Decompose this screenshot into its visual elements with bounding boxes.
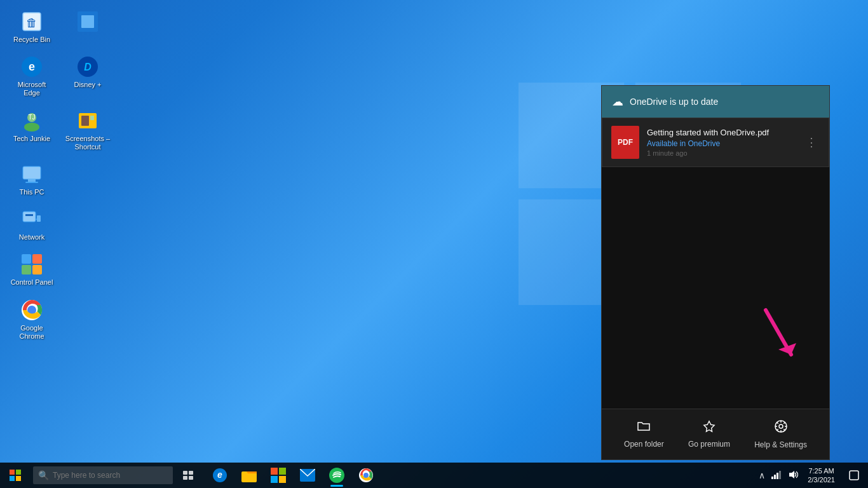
edge-icon: e <box>19 54 44 79</box>
chrome-icon <box>19 297 44 323</box>
onedrive-header: ☁ OneDrive is up to date <box>602 86 829 118</box>
taskbar-spotify[interactable] <box>323 463 351 488</box>
start-button[interactable] <box>0 463 31 488</box>
open-folder-button[interactable]: Open folder <box>616 417 672 451</box>
svg-rect-41 <box>183 471 187 475</box>
search-icon: 🔍 <box>38 470 49 480</box>
help-settings-label: Help & Settings <box>754 440 807 449</box>
taskbar: 🔍 e <box>0 463 868 488</box>
disney-label: Disney + <box>74 81 101 89</box>
network-label: Network <box>19 233 44 241</box>
chrome-label: Google Chrome <box>9 324 55 341</box>
svg-rect-51 <box>279 476 286 483</box>
taskbar-file-explorer[interactable] <box>235 463 263 488</box>
system-tray: ∧ <box>754 463 803 488</box>
desktop-icon-chrome[interactable]: Google Chrome <box>6 295 57 343</box>
help-settings-icon <box>774 419 788 437</box>
tech-junkie-label: Tech Junkie <box>13 135 50 143</box>
svg-rect-22 <box>32 254 42 264</box>
help-settings-button[interactable]: Help & Settings <box>747 417 815 452</box>
desktop-icon-recycle-bin[interactable]: 🗑 Recycle Bin <box>6 6 57 46</box>
tray-chevron[interactable]: ∧ <box>757 470 767 480</box>
screenshots-icon <box>75 108 100 133</box>
file-location-link[interactable]: OneDrive <box>688 139 721 148</box>
desktop-icon-edge[interactable]: e Microsoft Edge <box>6 51 57 100</box>
windows-logo-icon <box>10 470 21 481</box>
svg-text:🗑: 🗑 <box>26 17 37 29</box>
recycle-bin-icon: 🗑 <box>19 9 44 34</box>
svg-rect-43 <box>183 476 187 480</box>
taskbar-chrome[interactable] <box>352 463 380 488</box>
desktop-icon-screenshots[interactable]: Screenshots – Shortcut <box>62 105 113 154</box>
svg-rect-50 <box>271 476 278 483</box>
file-location-prefix: Available in <box>647 139 688 148</box>
network-icon <box>19 207 44 232</box>
svg-rect-12 <box>81 116 89 126</box>
onedrive-footer: Open folder Go premium <box>602 409 829 459</box>
svg-marker-60 <box>789 471 794 478</box>
this-pc-icon <box>19 161 44 187</box>
svg-rect-61 <box>850 471 858 480</box>
taskbar-clock[interactable]: 7:25 AM 2/3/2021 <box>803 463 840 488</box>
desktop-icon-control-panel[interactable]: Control Panel <box>6 249 57 289</box>
clock-date: 2/3/2021 <box>808 475 835 484</box>
notification-button[interactable] <box>840 463 868 488</box>
search-input[interactable] <box>53 471 168 480</box>
onedrive-file-item[interactable]: PDF Getting started with OneDrive.pdf Av… <box>602 118 829 167</box>
task-view-icon <box>183 471 193 480</box>
taskbar-edge[interactable]: e <box>206 463 234 488</box>
taskbar-right: ∧ 7:25 <box>754 463 868 488</box>
svg-rect-44 <box>189 476 193 480</box>
svg-rect-19 <box>37 215 41 222</box>
desktop-icon-tech-junkie[interactable]: TJ Tech Junkie <box>6 105 57 154</box>
svg-rect-17 <box>23 212 36 222</box>
arrow-indicator <box>753 304 810 374</box>
taskbar-mail[interactable] <box>294 463 322 488</box>
desktop: 🗑 Recycle Bin <box>0 0 868 488</box>
control-panel-icon <box>19 252 44 277</box>
svg-rect-18 <box>25 214 33 216</box>
svg-rect-14 <box>23 166 41 179</box>
svg-rect-16 <box>25 182 38 183</box>
svg-line-37 <box>776 423 778 424</box>
desktop-icon-unknown[interactable] <box>62 6 113 46</box>
file-menu-button[interactable]: ⋮ <box>803 133 820 152</box>
svg-rect-58 <box>776 473 778 479</box>
svg-point-32 <box>779 424 783 428</box>
control-panel-label: Control Panel <box>11 278 53 287</box>
svg-text:D: D <box>84 62 92 72</box>
onedrive-header-text: OneDrive is up to date <box>630 97 718 107</box>
go-premium-button[interactable]: Go premium <box>681 417 738 451</box>
svg-rect-21 <box>22 254 31 264</box>
desktop-icon-network[interactable]: Network <box>6 204 57 244</box>
file-name: Getting started with OneDrive.pdf <box>647 128 796 137</box>
svg-text:e: e <box>29 60 35 73</box>
svg-point-55 <box>363 473 369 478</box>
taskbar-store[interactable] <box>264 463 292 488</box>
clock-time: 7:25 AM <box>808 466 834 475</box>
desktop-icon-this-pc[interactable]: This PC <box>6 159 57 199</box>
svg-rect-49 <box>279 468 286 475</box>
onedrive-cloud-icon: ☁ <box>612 95 623 109</box>
svg-text:e: e <box>217 470 222 480</box>
svg-line-39 <box>783 423 785 424</box>
file-info: Getting started with OneDrive.pdf Availa… <box>647 128 796 157</box>
svg-rect-13 <box>90 116 94 120</box>
svg-line-38 <box>783 429 785 430</box>
open-folder-label: Open folder <box>624 440 664 449</box>
task-view-button[interactable] <box>175 463 201 488</box>
taskbar-search[interactable]: 🔍 <box>33 466 173 484</box>
recycle-bin-label: Recycle Bin <box>13 36 50 44</box>
svg-rect-56 <box>771 477 773 479</box>
svg-rect-3 <box>81 15 94 28</box>
go-premium-icon <box>702 420 716 436</box>
desktop-icon-disney[interactable]: D Disney + <box>62 51 113 100</box>
svg-point-53 <box>329 468 344 483</box>
tray-network-icon[interactable] <box>770 470 783 481</box>
tray-volume-icon[interactable] <box>786 470 800 481</box>
svg-rect-15 <box>28 179 36 182</box>
svg-rect-42 <box>189 471 193 475</box>
onedrive-body <box>602 167 829 409</box>
svg-rect-23 <box>22 265 31 274</box>
open-folder-icon <box>637 420 651 436</box>
